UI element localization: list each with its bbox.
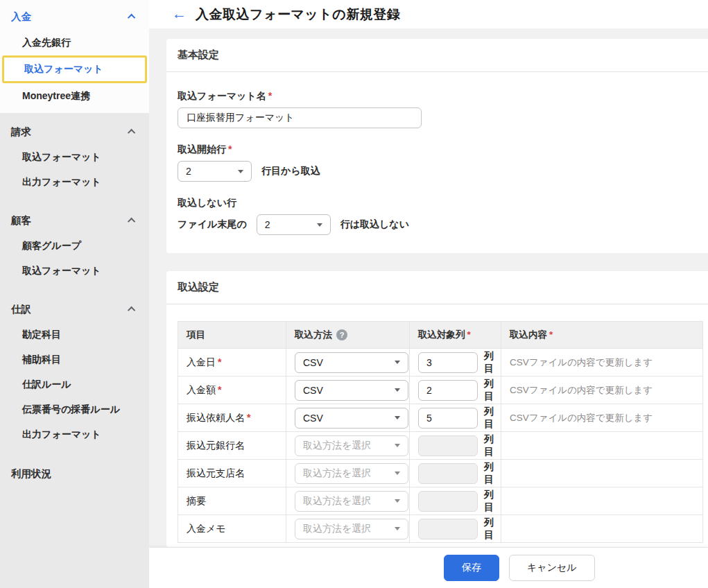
content-note	[501, 487, 703, 515]
sidebar-group-header-journal[interactable]: 仕訳	[0, 302, 149, 317]
header-target-column: 取込対象列*	[410, 322, 501, 349]
header-content: 取込内容*	[501, 322, 703, 349]
skip-rows-prefix: ファイル末尾の	[178, 218, 247, 231]
group-label: 入金	[11, 10, 31, 24]
format-name-input[interactable]	[178, 107, 422, 128]
skip-rows-suffix: 行は取込しない	[340, 218, 409, 231]
content-note	[501, 460, 703, 487]
sidebar-item-moneytree[interactable]: Moneytree連携	[0, 89, 149, 103]
sidebar-item-label: 勘定科目	[22, 329, 61, 341]
method-select[interactable]: 取込方法を選択	[295, 463, 408, 484]
method-select[interactable]: 取込方法を選択	[295, 519, 408, 539]
method-select[interactable]: 取込方法を選択	[295, 491, 408, 512]
page-header: ← 入金取込フォーマットの新規登録	[149, 0, 708, 28]
sidebar-item-account-items[interactable]: 勘定科目	[0, 328, 149, 342]
section-title-basic-settings: 基本設定	[166, 39, 708, 72]
caret-down-icon	[317, 223, 322, 227]
column-input[interactable]	[418, 380, 478, 401]
sidebar-group-customer: 顧客 顧客グループ 取込フォーマット	[0, 202, 149, 278]
table-row-deposit-amount: 入金額* CSV 列目 CSVファイルの内容で更新します	[178, 377, 703, 404]
content-note	[501, 432, 703, 460]
sidebar-item-label: 仕訳ルール	[22, 379, 71, 391]
select-value: 2	[186, 166, 191, 177]
section-title-import-settings: 取込設定	[166, 271, 708, 304]
caret-down-icon	[395, 499, 400, 503]
header-item: 項目	[178, 322, 286, 349]
method-select[interactable]: CSV	[295, 380, 408, 401]
cancel-button[interactable]: キャンセル	[509, 555, 595, 581]
skip-rows-field: 取込しない行 ファイル末尾の 2 行は取込しない	[178, 197, 703, 235]
save-button[interactable]: 保存	[444, 555, 499, 581]
required-mark: *	[268, 90, 272, 101]
method-select[interactable]: CSV	[295, 352, 408, 373]
column-unit: 列目	[484, 433, 494, 458]
footer-action-bar: 保存 キャンセル	[149, 548, 708, 588]
sidebar-item-label: 利用状況	[11, 467, 51, 481]
table-row-source-branch: 振込元支店名 取込方法を選択 列目	[178, 460, 703, 487]
sidebar-item-billing-import-format[interactable]: 取込フォーマット	[0, 150, 149, 164]
column-unit: 列目	[484, 461, 494, 486]
group-label: 顧客	[11, 214, 31, 227]
import-settings-card: 取込設定 項目 取込方法? 取込対象列* 取込内容* 入金日*	[166, 271, 708, 547]
sidebar-item-slip-number-rules[interactable]: 伝票番号の採番ルール	[0, 403, 149, 417]
sidebar-item-customer-import-format[interactable]: 取込フォーマット	[0, 264, 149, 278]
sidebar-group-header-deposit[interactable]: 入金	[0, 9, 149, 24]
item-label: 入金額*	[178, 377, 286, 404]
sidebar-item-label: 取込フォーマット	[22, 151, 101, 164]
sidebar-item-customer-group[interactable]: 顧客グループ	[0, 239, 149, 253]
method-select[interactable]: 取込方法を選択	[295, 435, 408, 456]
required-mark: *	[218, 356, 221, 368]
start-row-suffix: 行目から取込	[261, 165, 320, 178]
sidebar-item-label: 補助科目	[22, 354, 61, 366]
format-name-field: 取込フォーマット名*	[178, 90, 703, 128]
column-unit: 列目	[484, 378, 494, 403]
start-row-select[interactable]: 2	[178, 161, 252, 182]
sidebar-group-billing: 請求 取込フォーマット 出力フォーマット	[0, 113, 149, 189]
table-row-summary: 摘要 取込方法を選択 列目	[178, 487, 703, 515]
sidebar-item-sub-accounts[interactable]: 補助科目	[0, 353, 149, 367]
sidebar-item-journal-rules[interactable]: 仕訳ルール	[0, 378, 149, 392]
content-note: CSVファイルの内容で更新します	[501, 349, 703, 377]
chevron-up-icon	[128, 306, 135, 314]
sidebar-group-header-billing[interactable]: 請求	[0, 124, 149, 139]
content-note: CSVファイルの内容で更新します	[501, 404, 703, 432]
column-input[interactable]	[418, 408, 478, 429]
help-icon[interactable]: ?	[336, 329, 347, 340]
sidebar-item-label: 伝票番号の採番ルール	[22, 404, 120, 416]
sidebar-group-journal: 仕訳 勘定科目 補助科目 仕訳ルール 伝票番号の採番ルール 出力フォーマット	[0, 291, 149, 442]
start-row-label: 取込開始行*	[178, 144, 703, 156]
sidebar: 入金 入金先銀行 取込フォーマット Moneytree連携 請求 取込フォーマッ…	[0, 0, 149, 588]
caret-down-icon	[238, 170, 243, 173]
method-select[interactable]: CSV	[295, 408, 408, 429]
chevron-up-icon	[128, 129, 135, 137]
item-label: 摘要	[178, 487, 286, 515]
chevron-up-icon	[128, 218, 135, 225]
sidebar-item-import-format-selected[interactable]: 取込フォーマット	[2, 55, 147, 83]
sidebar-item-label: 出力フォーマット	[22, 429, 101, 441]
sidebar-item-label: Moneytree連携	[22, 90, 90, 103]
column-input-disabled	[418, 519, 478, 539]
column-input[interactable]	[418, 352, 478, 373]
import-settings-table: 項目 取込方法? 取込対象列* 取込内容* 入金日* CSV 列目 CSVファイ…	[178, 321, 703, 543]
chevron-up-icon	[128, 14, 135, 21]
item-label: 入金日*	[178, 349, 286, 377]
sidebar-item-usage-status[interactable]: 利用状況	[0, 466, 149, 481]
content-note: CSVファイルの内容で更新します	[501, 377, 703, 404]
column-input-disabled	[418, 463, 478, 484]
caret-down-icon	[395, 416, 400, 420]
import-settings-body: 項目 取込方法? 取込対象列* 取込内容* 入金日* CSV 列目 CSVファイ…	[166, 304, 708, 547]
required-mark: *	[228, 144, 232, 155]
sidebar-item-label: 顧客グループ	[22, 240, 81, 252]
format-name-label: 取込フォーマット名*	[178, 90, 703, 103]
back-arrow-icon[interactable]: ←	[172, 6, 187, 21]
sidebar-group-header-customer[interactable]: 顧客	[0, 213, 149, 228]
sidebar-item-deposit-bank[interactable]: 入金先銀行	[0, 36, 149, 50]
caret-down-icon	[395, 388, 400, 392]
skip-rows-select[interactable]: 2	[257, 214, 331, 235]
column-input-disabled	[418, 491, 478, 512]
page-title: 入金取込フォーマットの新規登録	[196, 6, 400, 24]
caret-down-icon	[395, 361, 400, 364]
sidebar-item-billing-output-format[interactable]: 出力フォーマット	[0, 175, 149, 189]
sidebar-item-journal-output-format[interactable]: 出力フォーマット	[0, 428, 149, 442]
required-mark: *	[218, 384, 221, 395]
